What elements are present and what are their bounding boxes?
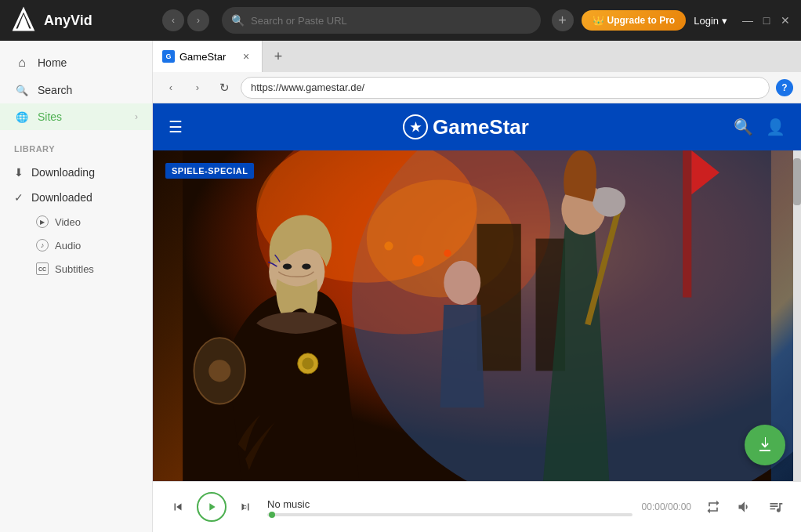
refresh-button[interactable]: ↻ <box>214 78 234 98</box>
sidebar-item-audio[interactable]: ♪ Audio <box>0 233 152 257</box>
app-name: AnyVid <box>44 13 92 29</box>
repeat-button[interactable] <box>701 494 726 519</box>
download-fab-button[interactable] <box>745 425 785 465</box>
play-button[interactable] <box>197 492 227 522</box>
website-view: ☰ ★ GameStar 🔍 👤 <box>153 103 801 481</box>
gs-hero-badge: SPIELE-SPECIAL <box>165 163 254 179</box>
svg-rect-19 <box>683 150 691 298</box>
play-icon <box>205 501 218 513</box>
tab-close-button[interactable]: × <box>240 50 252 63</box>
library-title: Library <box>14 144 138 154</box>
downloading-icon: ⬇ <box>14 166 24 179</box>
queue-button[interactable] <box>763 494 788 519</box>
downloading-label: Downloading <box>31 166 95 179</box>
sidebar-item-downloading[interactable]: ⬇ Downloading <box>0 160 152 185</box>
gs-star-icon: ★ <box>403 114 428 139</box>
search-input[interactable] <box>251 15 531 27</box>
gs-search-icon[interactable]: 🔍 <box>734 118 753 136</box>
gs-user-icon[interactable]: 👤 <box>766 118 785 136</box>
sidebar-item-search[interactable]: 🔍 Search <box>0 77 152 103</box>
sites-icon: 🌐 <box>14 111 30 123</box>
main-content: ⌂ Home 🔍 Search 🌐 Sites › Library ⬇ Down… <box>0 41 801 532</box>
browser-back-button[interactable]: ‹ <box>161 78 181 98</box>
svg-point-12 <box>302 263 310 270</box>
back-button[interactable]: ‹ <box>162 9 184 31</box>
gs-hero: SPIELE-SPECIAL <box>153 150 801 481</box>
audio-icon: ♪ <box>36 239 49 252</box>
sites-arrow-icon: › <box>135 111 138 122</box>
gs-hero-image: SPIELE-SPECIAL <box>153 150 801 481</box>
tab-title: GameStar <box>179 51 235 63</box>
gs-menu-icon[interactable]: ☰ <box>169 118 183 136</box>
new-tab-add-button[interactable]: + <box>266 44 291 69</box>
address-bar: ‹ › ↻ ? <box>153 72 801 103</box>
repeat-icon <box>705 499 721 515</box>
sidebar-label-sites: Sites <box>38 110 127 123</box>
login-button[interactable]: Login ▾ <box>694 15 727 27</box>
scrollbar-thumb[interactable] <box>793 158 801 205</box>
browser-forward-button[interactable]: › <box>187 78 208 98</box>
subtitles-label: Subtitles <box>55 263 94 275</box>
svg-point-22 <box>444 250 451 257</box>
gs-logo: ★ GameStar <box>198 114 734 139</box>
gs-logo-text: ★ GameStar <box>403 114 529 139</box>
video-label: Video <box>55 216 81 228</box>
sidebar-label-search: Search <box>38 84 138 96</box>
login-label: Login <box>694 15 719 27</box>
minimize-button[interactable]: — <box>741 14 754 27</box>
gs-right-icons: 🔍 👤 <box>734 118 785 136</box>
library-section: Library <box>0 138 152 157</box>
help-button[interactable]: ? <box>776 79 793 96</box>
prev-track-button[interactable] <box>165 494 190 519</box>
audio-label: Audio <box>55 240 81 252</box>
svg-point-23 <box>444 261 480 305</box>
search-bar: 🔍 <box>222 7 541 34</box>
downloaded-icon: ✓ <box>14 191 24 204</box>
player-time: 00:00/00:00 <box>642 501 691 512</box>
video-icon: ▶ <box>36 215 49 228</box>
svg-rect-8 <box>477 224 521 371</box>
svg-point-11 <box>283 263 292 270</box>
new-tab-button[interactable]: + <box>552 9 574 31</box>
crown-icon: 👑 <box>593 15 604 26</box>
player-right-controls <box>701 494 788 519</box>
svg-point-14 <box>302 357 314 369</box>
maximize-button[interactable]: □ <box>760 14 773 27</box>
browser-tab-gamestar[interactable]: G GameStar × <box>153 41 263 72</box>
upgrade-label: Upgrade to Pro <box>607 15 676 26</box>
tab-bar: G GameStar × + <box>153 41 801 72</box>
sidebar-nav: ⌂ Home 🔍 Search 🌐 Sites › <box>0 41 152 138</box>
scrollbar-track <box>793 150 801 481</box>
svg-point-16 <box>208 360 230 382</box>
sidebar-item-video[interactable]: ▶ Video <box>0 210 152 233</box>
queue-icon <box>768 499 784 515</box>
downloaded-label: Downloaded <box>31 191 92 204</box>
sidebar-item-subtitles[interactable]: CC Subtitles <box>0 257 152 280</box>
gamestar-header: ☰ ★ GameStar 🔍 👤 <box>153 103 801 150</box>
sidebar-item-home[interactable]: ⌂ Home <box>0 49 152 77</box>
progress-bar[interactable] <box>267 513 632 516</box>
login-chevron-icon: ▾ <box>722 15 727 27</box>
next-track-button[interactable] <box>233 494 258 519</box>
player-controls <box>165 492 258 522</box>
browser-area: G GameStar × + ‹ › ↻ ? ☰ ★ <box>153 41 801 532</box>
close-button[interactable]: ✕ <box>779 14 792 27</box>
titlebar: AnyVid ‹ › 🔍 + 👑 Upgrade to Pro Login ▾ … <box>0 0 801 41</box>
library-items: ⬇ Downloading ✓ Downloaded ▶ Video ♪ Aud… <box>0 157 152 284</box>
next-icon <box>238 500 252 514</box>
home-icon: ⌂ <box>14 56 30 70</box>
volume-button[interactable] <box>732 494 757 519</box>
logo-area: AnyVid <box>9 6 154 34</box>
search-nav-icon: 🔍 <box>14 85 30 96</box>
sidebar-item-downloaded[interactable]: ✓ Downloaded <box>0 185 152 210</box>
sidebar-item-sites[interactable]: 🌐 Sites › <box>0 103 152 130</box>
url-input[interactable] <box>241 77 770 99</box>
volume-icon <box>737 499 752 515</box>
prev-icon <box>171 500 185 514</box>
tab-favicon: G <box>162 50 175 63</box>
subtitles-icon: CC <box>36 262 49 275</box>
progress-indicator <box>269 512 275 518</box>
forward-button[interactable]: › <box>187 9 209 31</box>
svg-point-20 <box>412 255 424 266</box>
upgrade-button[interactable]: 👑 Upgrade to Pro <box>582 10 687 31</box>
